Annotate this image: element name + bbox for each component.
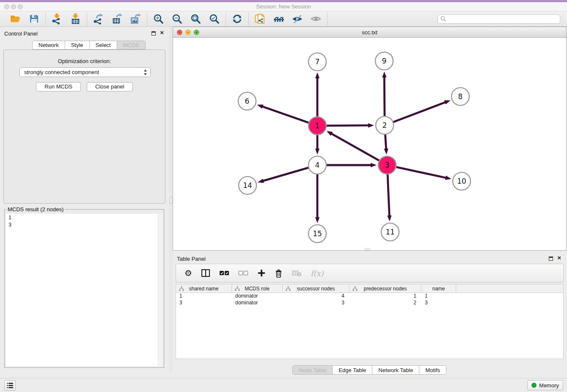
table-row[interactable]: 3 dominator 3 2 3 [176,300,563,306]
edge-3-10[interactable] [396,167,446,178]
control-panel-float-button[interactable] [151,31,156,36]
cell-name[interactable]: 1 [421,293,456,300]
export-image-icon[interactable] [130,13,141,25]
graph-node-label-4: 4 [315,161,320,169]
show-graphics-details-icon[interactable] [310,13,322,25]
edge-arrow-1-6 [257,105,264,109]
splitter-grip[interactable] [170,197,172,204]
graph-node-label-10: 10 [457,177,466,185]
table-panel-close-button[interactable]: × [557,254,561,262]
save-session-icon[interactable] [28,13,40,25]
network-snapshot-icon[interactable] [254,13,266,25]
tab-node-table[interactable]: Node Table [292,365,333,375]
cell-mcds-role[interactable]: dominator [232,293,283,300]
column-header-successor-nodes[interactable]: successor nodes [283,284,350,293]
graph-node-label-9: 9 [382,57,387,65]
import-group [46,13,87,25]
tab-motifs[interactable]: Motifs [419,365,446,375]
canvas-resize-grip[interactable] [364,248,370,250]
memory-label: Memory [539,382,559,389]
optimization-select-value: strongly connected component [24,69,99,75]
cell-mcds-role[interactable]: dominator [232,300,283,306]
close-panel-button[interactable]: Close panel [87,82,133,91]
edge-arrow-1-7 [315,72,319,78]
graph-node-label-6: 6 [245,97,250,105]
table-settings-icon[interactable]: ⚙ [184,268,192,278]
export-network-icon[interactable] [93,13,104,25]
tab-mcds[interactable]: MCDS [117,41,146,50]
memory-button[interactable]: Memory [527,380,563,390]
edge-2-3[interactable] [385,135,386,149]
status-bar: Memory [0,378,567,392]
edge-1-2[interactable] [327,125,369,126]
edge-3-11[interactable] [388,174,389,216]
graph-node-label-1: 1 [315,121,320,130]
control-panel-title: Control Panel [4,30,38,37]
zoom-fit-icon[interactable] [190,13,201,25]
table-panel: Table Panel × ⚙ f(x) shared name [173,252,567,375]
mcds-result-value: 3 [6,221,162,228]
edge-2-9[interactable] [384,77,385,116]
tab-select[interactable]: Select [89,41,117,50]
task-history-button[interactable] [4,380,16,391]
mcds-result-value: 1 [6,214,162,221]
delete-column-icon[interactable] [275,269,283,278]
hide-graphics-details-icon[interactable] [292,13,303,25]
import-table-icon[interactable] [70,13,81,25]
tab-network[interactable]: Network [32,41,65,50]
cell-predecessor-nodes[interactable]: 2 [350,300,421,306]
vertical-splitter[interactable] [169,27,173,373]
tab-network-table[interactable]: Network Table [372,365,419,375]
delete-table-icon[interactable] [292,270,302,276]
zoom-in-icon[interactable] [153,13,164,25]
open-session-icon[interactable] [10,13,21,25]
result-scrollbar[interactable] [158,214,162,366]
zoom-selected-icon[interactable] [209,13,220,25]
search-input[interactable] [448,15,557,23]
function-builder-icon[interactable]: f(x) [311,269,324,278]
network-canvas[interactable]: 7968124314101511 [173,38,566,250]
column-header-name[interactable]: name [421,284,456,293]
edge-2-8[interactable] [394,102,446,122]
column-header-mcds-role[interactable]: MCDS role [232,284,283,293]
cell-shared-name[interactable]: 3 [176,300,232,306]
add-column-icon[interactable] [257,269,266,277]
column-header-predecessor-nodes[interactable]: predecessor nodes [350,284,421,293]
edge-3-1[interactable] [331,134,379,161]
optimization-select[interactable]: strongly connected component [19,67,151,77]
table-panel-float-button[interactable] [549,257,553,261]
cell-predecessor-nodes[interactable]: 1 [350,293,421,300]
cell-successor-nodes[interactable]: 3 [283,300,350,306]
table-toolbar: ⚙ f(x) [176,264,564,282]
zoom-group [147,13,226,25]
network-graph: 7968124314101511 [173,38,566,250]
column-layout-icon[interactable] [201,268,210,278]
tab-edge-table[interactable]: Edge Table [332,365,372,375]
column-header-shared-name[interactable]: shared name [176,284,232,293]
edge-1-6[interactable] [262,107,308,123]
refresh-view-icon[interactable] [231,13,243,25]
cell-successor-nodes[interactable]: 4 [283,293,350,300]
deselect-all-columns-icon[interactable] [238,270,248,276]
optimization-criterion-label: Optimization criterion: [4,58,165,64]
control-panel-close-button[interactable]: × [160,29,164,36]
select-all-columns-icon[interactable] [219,270,229,276]
cell-shared-name[interactable]: 1 [176,293,232,300]
cell-name[interactable]: 3 [421,300,456,306]
tab-style[interactable]: Style [65,41,90,50]
zoom-out-icon[interactable] [171,13,183,25]
main-toolbar [0,11,567,27]
network-window-titlebar: × − + scc.txt [173,27,566,38]
flow-icon [235,286,240,291]
edge-arrow-2-8 [444,100,451,105]
mcds-result-group: MCDS result (2 nodes) 1 3 [4,206,164,368]
flow-icon [286,286,291,291]
view-group [249,13,328,25]
import-network-icon[interactable] [51,13,63,25]
home-ndex-icon[interactable] [273,13,284,25]
edge-4-14[interactable] [263,168,308,181]
export-table-icon[interactable] [111,13,123,25]
run-mcds-button[interactable]: Run MCDS [36,82,81,91]
graph-node-label-7: 7 [315,58,320,66]
table-row[interactable]: 1 dominator 4 1 1 [176,293,563,300]
